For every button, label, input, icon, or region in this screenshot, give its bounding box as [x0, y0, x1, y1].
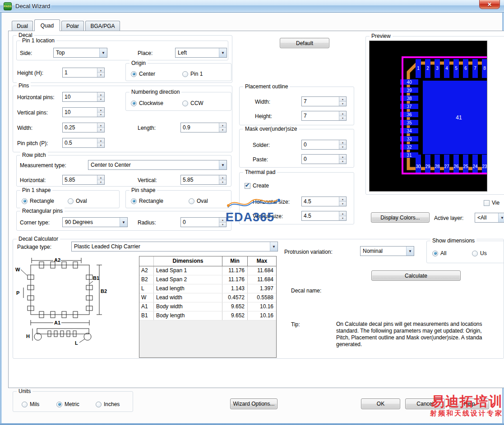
ok-button[interactable]: OK [361, 398, 400, 409]
row-pitch-horizontal-input[interactable]: 5.85 ▲▼ [62, 175, 105, 185]
svg-text:33: 33 [407, 137, 412, 142]
outline-width-spinner[interactable]: ▲▼ [339, 97, 346, 106]
calculate-button[interactable]: Calculate [371, 270, 461, 281]
tab-quad[interactable]: Quad [34, 19, 60, 31]
tip-line: generated. [336, 341, 504, 348]
side-combo[interactable]: Top ▼ [53, 48, 107, 58]
paste-spinner[interactable]: ▲▼ [339, 155, 346, 164]
svg-text:8: 8 [483, 66, 486, 71]
pin1-shape-oval-radio[interactable]: Oval [68, 197, 87, 205]
spin-down-icon: ▼ [97, 113, 104, 117]
table-row[interactable]: A2 Lead Span 1 11.176 11.684 [139, 266, 276, 275]
tab-dual[interactable]: Dual [12, 21, 33, 31]
pin-width-input[interactable]: 0.25 ▲▼ [62, 123, 105, 133]
outline-width-input[interactable]: 7 ▲▼ [301, 96, 347, 106]
spin-up-icon: ▲ [97, 123, 104, 128]
close-button[interactable]: ✕ [479, 0, 500, 9]
pin-shape-rectangle-radio[interactable]: Rectangle [131, 197, 163, 205]
outline-height-input[interactable]: 7 ▲▼ [301, 111, 347, 121]
title-bar[interactable]: PADS Decal Wizard ✕ [0, 0, 504, 13]
wizard-options-button[interactable]: Wizard Options... [230, 398, 277, 409]
pin-width-spinner[interactable]: ▲▼ [97, 123, 104, 132]
protrusion-variation-combo[interactable]: Nominal ▼ [360, 246, 414, 256]
horizontal-pins-spinner[interactable]: ▲▼ [97, 92, 104, 101]
create-checkbox[interactable]: Create [245, 182, 269, 189]
cell-dimension: Body length [154, 311, 222, 320]
svg-text:40: 40 [407, 80, 412, 85]
corner-type-value: 90 Degrees [63, 218, 120, 227]
svg-text:27: 27 [444, 164, 449, 169]
horizontal-pins-input[interactable]: 10 ▲▼ [62, 92, 105, 102]
svg-text:3: 3 [436, 66, 439, 71]
chevron-down-icon: ▼ [219, 160, 227, 169]
table-row[interactable]: W Lead width 0.4572 0.5588 [139, 293, 276, 302]
pin-pitch-input[interactable]: 0.5 ▲▼ [62, 138, 105, 148]
place-combo-value: Left [176, 48, 219, 57]
tip-line: Pitch, Placement outline and Mask over(u… [336, 334, 504, 341]
pin-shape-group-label: Pin shape [129, 187, 157, 193]
radio-icon [189, 198, 194, 204]
tab-bga-pga[interactable]: BGA/PGA [85, 21, 120, 31]
height-input[interactable]: 1 ▲▼ [62, 68, 105, 78]
pin-pitch-spinner[interactable]: ▲▼ [97, 138, 104, 147]
default-button[interactable]: Default [280, 38, 329, 48]
origin-center-radio[interactable]: Center [131, 70, 155, 78]
row-pitch-vertical-spinner[interactable]: ▲▼ [219, 175, 226, 184]
active-layer-combo[interactable]: <All ▼ [475, 213, 504, 223]
pin-length-input[interactable]: 0.9 ▲▼ [180, 123, 227, 133]
spin-up-icon: ▲ [219, 218, 226, 223]
table-row[interactable]: B2 Lead Span 2 11.176 11.684 [139, 275, 276, 284]
radius-input[interactable]: 0 ▲▼ [180, 217, 227, 227]
table-row[interactable]: B1 Body length 9.652 10.16 [139, 311, 276, 320]
thermal-vsize-spinner[interactable]: ▲▼ [339, 211, 346, 220]
solder-input[interactable]: 0 ▲▼ [301, 140, 347, 150]
table-row[interactable]: L Lead length 1.143 1.397 [139, 284, 276, 293]
thermal-hsize-spinner[interactable]: ▲▼ [339, 197, 346, 206]
row-pitch-vertical-input[interactable]: 5.85 ▲▼ [180, 175, 227, 185]
vertical-pins-spinner[interactable]: ▲▼ [97, 108, 104, 117]
ccw-radio[interactable]: CCW [182, 100, 203, 107]
pin1-shape-rectangle-radio[interactable]: Rectangle [22, 197, 54, 205]
display-colors-button[interactable]: Display Colors... [371, 212, 430, 223]
show-dimensions-all-radio[interactable]: All [432, 250, 446, 257]
diagram-label-a2: A2 [54, 257, 60, 263]
place-combo[interactable]: Left ▼ [175, 48, 227, 58]
solder-spinner[interactable]: ▲▼ [339, 140, 346, 149]
thermal-hsize-input[interactable]: 4.5 ▲▼ [301, 197, 347, 206]
height-spinner[interactable]: ▲▼ [97, 68, 104, 77]
row-pitch-horizontal-spinner[interactable]: ▲▼ [97, 175, 104, 184]
units-mils-radio[interactable]: Mils [22, 401, 39, 408]
pin1-location-group-label: Pin 1 location [20, 37, 56, 44]
cell-code: W [139, 293, 154, 302]
corner-type-combo[interactable]: 90 Degrees ▼ [62, 217, 128, 227]
units-inches-radio[interactable]: Inches [96, 401, 120, 408]
radius-spinner[interactable]: ▲▼ [219, 218, 226, 227]
pin-shape-oval-radio[interactable]: Oval [189, 197, 208, 205]
cell-dimension: Lead Span 1 [154, 266, 222, 275]
units-metric-radio[interactable]: Metric [56, 401, 79, 408]
tab-polar[interactable]: Polar [61, 21, 84, 31]
vertical-pins-input[interactable]: 10 ▲▼ [62, 107, 105, 117]
app-icon: PADS [4, 2, 12, 10]
paste-input[interactable]: 0 ▲▼ [301, 154, 347, 164]
vertical-pins-label: Vertical pins: [17, 110, 48, 116]
svg-text:38: 38 [407, 96, 412, 101]
eda365-logo-text: EDA365 [226, 211, 282, 223]
chevron-down-icon: ▼ [498, 213, 504, 222]
measurement-type-combo[interactable]: Center to Center ▼ [88, 160, 227, 170]
table-row[interactable]: A1 Body width 9.652 10.16 [139, 302, 276, 311]
outline-height-spinner[interactable]: ▲▼ [339, 111, 346, 120]
package-type-combo[interactable]: Plastic Leaded Chip Carrier ▼ [71, 242, 278, 251]
show-dimensions-user-radio[interactable]: Us [472, 250, 487, 257]
horizontal-pins-value: 10 [63, 92, 97, 101]
pin-length-spinner[interactable]: ▲▼ [219, 123, 226, 132]
view-checkbox[interactable]: Vie [484, 199, 499, 206]
origin-pin1-radio[interactable]: Pin 1 [182, 70, 203, 78]
pins-group-label: Pins [17, 82, 31, 89]
dimensions-table: Dimensions Min Max A2 Lead Span 1 11.176… [139, 256, 277, 358]
spin-up-icon: ▲ [97, 175, 104, 180]
svg-text:4: 4 [445, 66, 448, 71]
svg-text:5: 5 [455, 66, 458, 71]
clockwise-radio[interactable]: Clockwise [131, 100, 163, 107]
thermal-vsize-input[interactable]: 4.5 ▲▼ [301, 211, 347, 221]
